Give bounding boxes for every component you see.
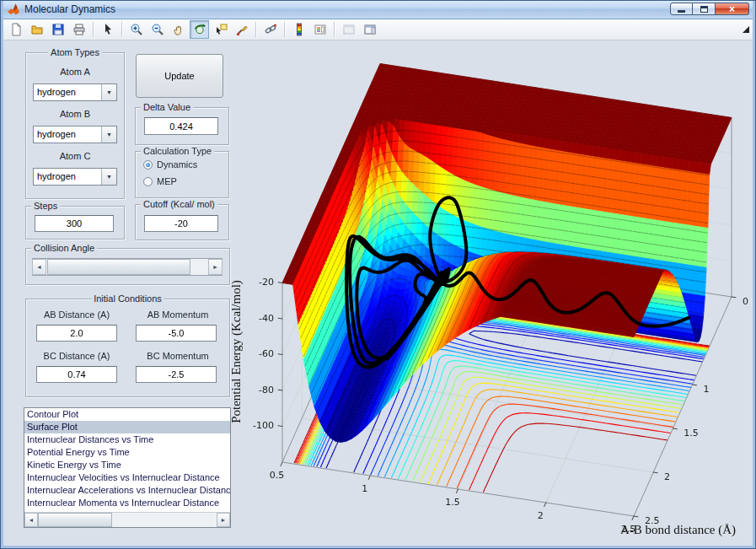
arrow-left-icon: ◄ xyxy=(29,517,35,523)
zoom-out-icon xyxy=(151,23,164,36)
steps-title: Steps xyxy=(31,201,60,211)
list-item[interactable]: Internuclear Velocities vs Internuclear … xyxy=(24,471,230,484)
radio-unselected-icon xyxy=(143,177,153,186)
print-figure-icon xyxy=(72,23,86,36)
pan-button[interactable] xyxy=(169,20,188,39)
slider-left-arrow[interactable]: ◄ xyxy=(32,259,46,275)
toolbar-separator xyxy=(284,22,285,37)
rotate-3d-button[interactable] xyxy=(190,20,209,39)
scrollbar-thumb[interactable] xyxy=(38,513,112,527)
atom-a-value: hydrogen xyxy=(37,84,76,100)
atom-c-value: hydrogen xyxy=(37,169,76,185)
ab-momentum-field[interactable] xyxy=(136,325,217,342)
insert-legend-button[interactable] xyxy=(310,20,330,39)
save-figure-button[interactable] xyxy=(48,20,67,39)
bc-distance-label: BC Distance (A) xyxy=(31,351,122,361)
chevron-down-icon: ▼ xyxy=(101,169,116,185)
list-item[interactable]: Contour Plot xyxy=(24,408,230,421)
open-file-button[interactable] xyxy=(27,20,46,39)
matlab-app-icon xyxy=(7,3,20,16)
rotate-3d-icon xyxy=(193,23,206,36)
x-axis-label: A-B bond distance (Å) xyxy=(600,523,756,537)
toolbar-separator xyxy=(255,22,256,37)
list-item[interactable]: Surface Plot xyxy=(24,421,230,433)
open-file-icon xyxy=(30,23,44,36)
edit-arrow-icon xyxy=(101,23,115,36)
window-title: Molecular Dynamics xyxy=(24,3,115,15)
atom-types-title: Atom Types xyxy=(48,47,102,57)
scroll-left-arrow[interactable]: ◄ xyxy=(24,513,38,527)
title-bar[interactable]: Molecular Dynamics × xyxy=(0,0,756,19)
delta-value-title: Delta Value xyxy=(141,102,193,112)
insert-legend-icon xyxy=(314,23,327,36)
maximize-button[interactable] xyxy=(693,3,716,15)
listbox-horizontal-scrollbar[interactable]: ◄ ► xyxy=(24,512,230,527)
close-button[interactable]: × xyxy=(716,3,749,15)
steps-panel: Steps xyxy=(25,206,125,240)
steps-field[interactable] xyxy=(35,215,114,232)
hide-plot-tools-button[interactable] xyxy=(339,20,358,39)
minimize-icon xyxy=(678,10,685,13)
list-item[interactable]: Potential Energy vs Time xyxy=(24,446,230,459)
z-axis-label: Potential Energy (Kcal/mol) xyxy=(229,229,244,474)
cutoff-field[interactable] xyxy=(144,215,218,232)
list-item[interactable]: Internuclear Distances vs Time xyxy=(24,433,230,446)
atom-a-dropdown[interactable]: hydrogen ▼ xyxy=(33,83,117,101)
atom-b-label: Atom B xyxy=(26,109,124,119)
atom-types-panel: Atom Types Atom A hydrogen ▼ Atom B hydr… xyxy=(25,52,125,199)
slider-right-arrow[interactable]: ► xyxy=(208,259,223,275)
toolbar-overflow-icon[interactable] xyxy=(743,26,749,33)
print-figure-button[interactable] xyxy=(69,20,88,39)
radio-selected-icon xyxy=(143,160,153,170)
atom-b-dropdown[interactable]: hydrogen ▼ xyxy=(33,126,117,143)
ab-distance-field[interactable] xyxy=(36,325,117,342)
list-item[interactable]: Internuclear Momenta vs Internuclear Dis… xyxy=(24,497,230,509)
zoom-in-button[interactable] xyxy=(126,20,146,39)
edit-plot-button[interactable] xyxy=(98,20,117,39)
radio-mep[interactable]: MEP xyxy=(143,176,177,186)
new-figure-icon xyxy=(9,23,23,36)
list-item[interactable]: Kinetic Energy vs Time xyxy=(24,459,230,471)
pes-3d-plot[interactable] xyxy=(228,40,756,546)
insert-colorbar-icon xyxy=(292,23,306,36)
cutoff-title: Cutoff (Kcal/ mol) xyxy=(141,199,217,209)
chevron-down-icon: ▼ xyxy=(101,126,116,143)
plot-type-listbox[interactable]: Contour Plot Surface Plot Internuclear D… xyxy=(24,407,231,528)
ab-distance-label: AB Distance (A) xyxy=(31,309,122,320)
maximize-icon xyxy=(700,6,708,13)
show-plot-tools-icon xyxy=(363,23,377,36)
atom-b-value: hydrogen xyxy=(37,126,76,143)
collision-angle-slider[interactable]: ◄ ► xyxy=(32,258,223,276)
list-item[interactable]: Internuclear Accelerations vs Internucle… xyxy=(24,484,230,497)
insert-colorbar-button[interactable] xyxy=(289,20,308,39)
calculation-type-title: Calculation Type xyxy=(141,146,214,156)
delta-value-field[interactable] xyxy=(144,117,218,135)
delta-value-panel: Delta Value xyxy=(135,107,229,145)
update-button[interactable]: Update xyxy=(136,54,223,98)
bc-momentum-field[interactable] xyxy=(136,366,217,383)
atom-c-dropdown[interactable]: hydrogen ▼ xyxy=(33,168,117,186)
bc-momentum-label: BC Momentum xyxy=(132,351,223,361)
ab-momentum-label: AB Momentum xyxy=(132,309,223,320)
slider-thumb[interactable] xyxy=(47,259,190,275)
scroll-right-arrow[interactable]: ► xyxy=(217,513,230,527)
show-plot-tools-button[interactable] xyxy=(360,20,379,39)
zoom-out-button[interactable] xyxy=(147,20,167,39)
radio-dynamics-label: Dynamics xyxy=(157,159,197,170)
link-plots-button[interactable] xyxy=(260,20,280,39)
new-figure-button[interactable] xyxy=(6,20,25,39)
initial-conditions-panel: Initial Conditions AB Distance (A) AB Mo… xyxy=(25,299,230,397)
radio-dynamics[interactable]: Dynamics xyxy=(143,159,197,170)
arrow-right-icon: ► xyxy=(212,264,218,270)
toolbar-separator xyxy=(334,22,335,37)
brush-data-button[interactable] xyxy=(232,20,251,39)
data-cursor-icon xyxy=(214,23,228,36)
toolbar-separator xyxy=(121,22,122,37)
bc-distance-field[interactable] xyxy=(36,366,117,383)
radio-mep-label: MEP xyxy=(157,176,177,186)
data-cursor-button[interactable] xyxy=(211,20,230,39)
calculation-type-panel: Calculation Type Dynamics MEP xyxy=(135,151,229,198)
zoom-in-icon xyxy=(130,23,143,36)
collision-angle-title: Collision Angle xyxy=(31,243,97,253)
minimize-button[interactable] xyxy=(670,3,693,15)
